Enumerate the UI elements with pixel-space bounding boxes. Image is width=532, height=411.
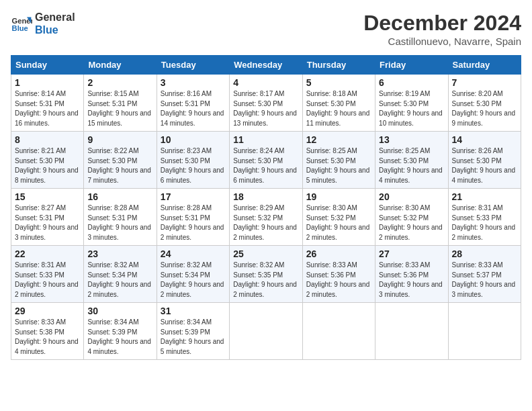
- day-number: 16: [87, 191, 152, 202]
- calendar-week-row: 22 Sunrise: 8:31 AM Sunset: 5:33 PM Dayl…: [11, 246, 521, 303]
- day-info: Sunrise: 8:31 AM Sunset: 5:33 PM Dayligh…: [15, 261, 80, 300]
- logo-icon: General Blue: [11, 13, 32, 34]
- table-row: 3 Sunrise: 8:16 AM Sunset: 5:31 PM Dayli…: [157, 75, 229, 132]
- day-info: Sunrise: 8:27 AM Sunset: 5:31 PM Dayligh…: [15, 203, 80, 242]
- table-row: 2 Sunrise: 8:15 AM Sunset: 5:31 PM Dayli…: [84, 75, 157, 132]
- day-info: Sunrise: 8:30 AM Sunset: 5:32 PM Dayligh…: [306, 203, 371, 242]
- table-row: 6 Sunrise: 8:19 AM Sunset: 5:30 PM Dayli…: [375, 75, 448, 132]
- day-info: Sunrise: 8:18 AM Sunset: 5:30 PM Dayligh…: [306, 89, 371, 128]
- calendar-week-row: 8 Sunrise: 8:21 AM Sunset: 5:30 PM Dayli…: [11, 132, 521, 189]
- title-section: December 2024 Castillonuevo, Navarre, Sp…: [363, 11, 521, 47]
- table-row: 16 Sunrise: 8:28 AM Sunset: 5:31 PM Dayl…: [84, 189, 157, 246]
- table-row: 18 Sunrise: 8:29 AM Sunset: 5:32 PM Dayl…: [230, 189, 302, 246]
- day-info: Sunrise: 8:24 AM Sunset: 5:30 PM Dayligh…: [233, 146, 298, 185]
- day-number: 3: [161, 77, 226, 88]
- day-number: 9: [87, 134, 152, 145]
- table-row: 22 Sunrise: 8:31 AM Sunset: 5:33 PM Dayl…: [11, 246, 84, 303]
- col-thursday: Thursday: [302, 56, 375, 75]
- day-info: Sunrise: 8:16 AM Sunset: 5:31 PM Dayligh…: [161, 89, 226, 128]
- day-number: 5: [306, 77, 371, 88]
- day-info: Sunrise: 8:29 AM Sunset: 5:32 PM Dayligh…: [233, 203, 298, 242]
- table-row: 21 Sunrise: 8:31 AM Sunset: 5:33 PM Dayl…: [448, 189, 521, 246]
- day-number: 15: [15, 191, 80, 202]
- calendar-week-row: 15 Sunrise: 8:27 AM Sunset: 5:31 PM Dayl…: [11, 189, 521, 246]
- day-info: Sunrise: 8:23 AM Sunset: 5:30 PM Dayligh…: [161, 146, 226, 185]
- day-info: Sunrise: 8:33 AM Sunset: 5:36 PM Dayligh…: [306, 261, 371, 300]
- table-row: 31 Sunrise: 8:34 AM Sunset: 5:39 PM Dayl…: [157, 303, 229, 360]
- day-number: 11: [233, 134, 298, 145]
- day-number: 1: [15, 77, 80, 88]
- day-info: Sunrise: 8:34 AM Sunset: 5:39 PM Dayligh…: [161, 318, 226, 357]
- table-row: 11 Sunrise: 8:24 AM Sunset: 5:30 PM Dayl…: [230, 132, 302, 189]
- day-info: Sunrise: 8:14 AM Sunset: 5:31 PM Dayligh…: [15, 89, 80, 128]
- day-number: 8: [15, 134, 80, 145]
- table-row: 27 Sunrise: 8:33 AM Sunset: 5:36 PM Dayl…: [375, 246, 448, 303]
- table-row: 28 Sunrise: 8:33 AM Sunset: 5:37 PM Dayl…: [448, 246, 521, 303]
- table-row: 17 Sunrise: 8:28 AM Sunset: 5:31 PM Dayl…: [157, 189, 229, 246]
- day-number: 18: [233, 191, 298, 202]
- day-number: 10: [161, 134, 226, 145]
- location-title: Castillonuevo, Navarre, Spain: [363, 36, 521, 47]
- day-info: Sunrise: 8:32 AM Sunset: 5:34 PM Dayligh…: [87, 261, 152, 300]
- table-row: 13 Sunrise: 8:25 AM Sunset: 5:30 PM Dayl…: [375, 132, 448, 189]
- table-row: 30 Sunrise: 8:34 AM Sunset: 5:39 PM Dayl…: [84, 303, 157, 360]
- day-info: Sunrise: 8:26 AM Sunset: 5:30 PM Dayligh…: [452, 146, 517, 185]
- day-number: 20: [379, 191, 444, 202]
- day-number: 22: [15, 248, 80, 259]
- table-row: [448, 303, 521, 360]
- day-number: 27: [379, 248, 444, 259]
- day-info: Sunrise: 8:28 AM Sunset: 5:31 PM Dayligh…: [161, 203, 226, 242]
- header-row: Sunday Monday Tuesday Wednesday Thursday…: [11, 56, 521, 75]
- table-row: 24 Sunrise: 8:32 AM Sunset: 5:34 PM Dayl…: [157, 246, 229, 303]
- table-row: 25 Sunrise: 8:32 AM Sunset: 5:35 PM Dayl…: [230, 246, 302, 303]
- day-number: 30: [87, 306, 152, 316]
- day-info: Sunrise: 8:34 AM Sunset: 5:39 PM Dayligh…: [87, 318, 152, 357]
- day-number: 24: [161, 248, 226, 259]
- table-row: 20 Sunrise: 8:30 AM Sunset: 5:32 PM Dayl…: [375, 189, 448, 246]
- table-row: 7 Sunrise: 8:20 AM Sunset: 5:30 PM Dayli…: [448, 75, 521, 132]
- logo: General Blue General Blue: [11, 11, 75, 36]
- page-header: General Blue General Blue December 2024 …: [11, 11, 521, 47]
- table-row: [302, 303, 375, 360]
- day-number: 19: [306, 191, 371, 202]
- day-info: Sunrise: 8:31 AM Sunset: 5:33 PM Dayligh…: [452, 203, 517, 242]
- col-monday: Monday: [84, 56, 157, 75]
- col-tuesday: Tuesday: [157, 56, 229, 75]
- day-number: 26: [306, 248, 371, 259]
- logo-text-general: General: [35, 11, 75, 24]
- day-info: Sunrise: 8:28 AM Sunset: 5:31 PM Dayligh…: [87, 203, 152, 242]
- table-row: 5 Sunrise: 8:18 AM Sunset: 5:30 PM Dayli…: [302, 75, 375, 132]
- table-row: [230, 303, 302, 360]
- day-number: 2: [87, 77, 152, 88]
- calendar-table: Sunday Monday Tuesday Wednesday Thursday…: [11, 55, 521, 360]
- table-row: 1 Sunrise: 8:14 AM Sunset: 5:31 PM Dayli…: [11, 75, 84, 132]
- day-number: 4: [233, 77, 298, 88]
- day-number: 12: [306, 134, 371, 145]
- day-info: Sunrise: 8:33 AM Sunset: 5:38 PM Dayligh…: [15, 318, 80, 357]
- day-info: Sunrise: 8:33 AM Sunset: 5:36 PM Dayligh…: [379, 261, 444, 300]
- table-row: 23 Sunrise: 8:32 AM Sunset: 5:34 PM Dayl…: [84, 246, 157, 303]
- day-info: Sunrise: 8:21 AM Sunset: 5:30 PM Dayligh…: [15, 146, 80, 185]
- table-row: 12 Sunrise: 8:25 AM Sunset: 5:30 PM Dayl…: [302, 132, 375, 189]
- calendar-week-row: 29 Sunrise: 8:33 AM Sunset: 5:38 PM Dayl…: [11, 303, 521, 360]
- table-row: 9 Sunrise: 8:22 AM Sunset: 5:30 PM Dayli…: [84, 132, 157, 189]
- logo-text-blue: Blue: [35, 24, 75, 36]
- day-number: 25: [233, 248, 298, 259]
- svg-text:Blue: Blue: [12, 24, 28, 32]
- day-number: 28: [452, 248, 517, 259]
- table-row: 10 Sunrise: 8:23 AM Sunset: 5:30 PM Dayl…: [157, 132, 229, 189]
- table-row: 8 Sunrise: 8:21 AM Sunset: 5:30 PM Dayli…: [11, 132, 84, 189]
- day-info: Sunrise: 8:33 AM Sunset: 5:37 PM Dayligh…: [452, 261, 517, 300]
- day-info: Sunrise: 8:15 AM Sunset: 5:31 PM Dayligh…: [87, 89, 152, 128]
- day-number: 6: [379, 77, 444, 88]
- col-friday: Friday: [375, 56, 448, 75]
- table-row: 19 Sunrise: 8:30 AM Sunset: 5:32 PM Dayl…: [302, 189, 375, 246]
- table-row: 26 Sunrise: 8:33 AM Sunset: 5:36 PM Dayl…: [302, 246, 375, 303]
- day-info: Sunrise: 8:25 AM Sunset: 5:30 PM Dayligh…: [379, 146, 444, 185]
- calendar-week-row: 1 Sunrise: 8:14 AM Sunset: 5:31 PM Dayli…: [11, 75, 521, 132]
- day-info: Sunrise: 8:22 AM Sunset: 5:30 PM Dayligh…: [87, 146, 152, 185]
- day-number: 31: [161, 306, 226, 316]
- day-number: 23: [87, 248, 152, 259]
- day-info: Sunrise: 8:32 AM Sunset: 5:35 PM Dayligh…: [233, 261, 298, 300]
- day-info: Sunrise: 8:32 AM Sunset: 5:34 PM Dayligh…: [161, 261, 226, 300]
